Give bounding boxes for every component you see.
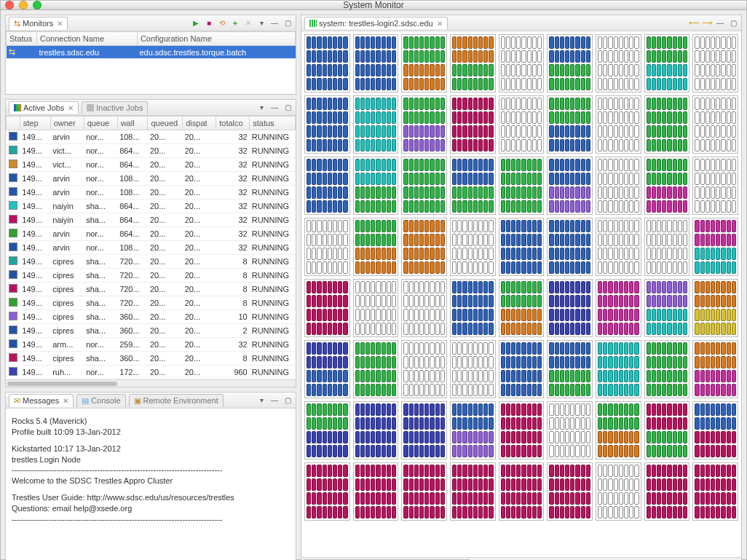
compute-node[interactable]	[353, 95, 399, 154]
compute-node[interactable]	[644, 340, 690, 398]
compute-node[interactable]	[499, 279, 545, 337]
refresh-icon[interactable]: ⟲	[217, 18, 227, 28]
jobs-table-wrap[interactable]: stepownerqueuewallqueueddispattotalcosta…	[6, 116, 296, 379]
remove-icon[interactable]: ✕	[243, 18, 253, 28]
compute-node[interactable]	[450, 95, 496, 154]
compute-node[interactable]	[644, 218, 690, 276]
compute-node[interactable]	[401, 34, 447, 92]
compute-node[interactable]	[353, 401, 399, 460]
compute-node[interactable]	[547, 34, 593, 92]
minimize-pane-icon[interactable]: —	[269, 18, 280, 28]
jobs-col-dispat[interactable]: dispat	[183, 117, 216, 130]
jobs-col-wall[interactable]: wall	[117, 117, 148, 130]
job-row[interactable]: 149...arvinnor...108...20...20...32RUNNI…	[7, 241, 296, 255]
compute-node[interactable]	[547, 340, 593, 398]
minimize-pane-icon[interactable]: —	[269, 103, 280, 113]
compute-node[interactable]	[596, 34, 641, 92]
job-row[interactable]: 149...cipressha...360...20...20...8RUNNI…	[7, 352, 296, 366]
compute-node[interactable]	[401, 279, 447, 337]
compute-node[interactable]	[547, 462, 593, 521]
compute-node[interactable]	[353, 218, 399, 276]
stop-icon[interactable]: ■	[204, 18, 214, 28]
compute-node[interactable]	[644, 401, 690, 460]
messages-body[interactable]: Rocks 5.4 (Maverick) Profile built 10:09…	[6, 409, 296, 560]
compute-node[interactable]	[499, 95, 545, 154]
compute-node[interactable]	[353, 157, 399, 215]
console-tab[interactable]: ▤ Console	[76, 394, 125, 407]
compute-node[interactable]	[353, 279, 399, 337]
close-tab-icon[interactable]: ✕	[68, 104, 74, 112]
h-scrollbar[interactable]	[6, 379, 296, 387]
job-row[interactable]: 149...cipressha...360...20...20...2RUNNI…	[7, 324, 296, 338]
compute-node[interactable]	[644, 462, 690, 521]
col-status[interactable]: Status	[7, 32, 37, 46]
jobs-col-color[interactable]	[7, 117, 20, 130]
maximize-pane-icon[interactable]: ▢	[282, 18, 293, 28]
compute-node[interactable]	[304, 157, 350, 215]
menu-icon[interactable]: ▾	[256, 18, 266, 28]
compute-node[interactable]	[304, 340, 350, 398]
compute-node[interactable]	[401, 157, 447, 215]
h-scrollbar[interactable]	[301, 557, 741, 560]
compute-node[interactable]	[692, 279, 738, 337]
compute-node[interactable]	[304, 401, 350, 460]
compute-node[interactable]	[692, 401, 738, 460]
compute-node[interactable]	[353, 462, 399, 521]
node-grid-wrap[interactable]	[301, 31, 741, 557]
inactive-jobs-tab[interactable]: Inactive Jobs	[82, 101, 148, 114]
job-row[interactable]: 149...cipressha...720...20...20...8RUNNI…	[7, 255, 296, 269]
job-row[interactable]: 149...naiyinsha...864...20...20...32RUNN…	[7, 213, 296, 227]
compute-node[interactable]	[596, 462, 641, 521]
job-row[interactable]: 149...cipressha...720...20...20...8RUNNI…	[7, 296, 296, 310]
compute-node[interactable]	[692, 340, 738, 398]
jobs-col-step[interactable]: step	[20, 117, 50, 130]
add-icon[interactable]: ＋	[230, 18, 240, 28]
menu-icon[interactable]: ▾	[256, 395, 266, 406]
compute-node[interactable]	[450, 34, 496, 92]
play-icon[interactable]: ▶	[191, 18, 201, 28]
minimize-pane-icon[interactable]: —	[715, 18, 725, 28]
job-row[interactable]: 149...cipressha...720...20...20...8RUNNI…	[7, 283, 296, 296]
compute-node[interactable]	[401, 401, 447, 460]
jobs-col-owner[interactable]: owner	[50, 117, 84, 130]
maximize-pane-icon[interactable]: ▢	[282, 395, 293, 406]
nav-right-icon[interactable]: ⟶	[702, 18, 712, 28]
remote-env-tab[interactable]: ▣ Remote Environment	[129, 394, 224, 407]
col-config[interactable]: Configuration Name	[137, 32, 295, 46]
job-row[interactable]: 149...arvinnor...864...20...20...32RUNNI…	[7, 227, 296, 241]
compute-node[interactable]	[692, 95, 738, 154]
job-row[interactable]: 149...arvinnor...108...20...20...32RUNNI…	[7, 186, 296, 200]
compute-node[interactable]	[499, 157, 545, 215]
compute-node[interactable]	[450, 218, 496, 276]
col-connection[interactable]: Connection Name	[37, 32, 138, 46]
compute-node[interactable]	[450, 157, 496, 215]
job-row[interactable]: 149...arvinnor...108...20...20...32RUNNI…	[7, 172, 296, 186]
job-row[interactable]: 149...cipressha...360...20...20...10RUNN…	[7, 310, 296, 324]
system-tab[interactable]: system: trestles-login2.sdsc.edu ✕	[304, 17, 448, 29]
compute-node[interactable]	[596, 218, 641, 276]
compute-node[interactable]	[692, 218, 738, 276]
maximize-pane-icon[interactable]: ▢	[282, 103, 293, 113]
minimize-pane-icon[interactable]: —	[269, 395, 280, 406]
compute-node[interactable]	[304, 218, 350, 276]
close-tab-icon[interactable]: ✕	[63, 397, 68, 405]
compute-node[interactable]	[596, 279, 641, 337]
compute-node[interactable]	[547, 218, 593, 276]
compute-node[interactable]	[401, 462, 447, 521]
compute-node[interactable]	[692, 157, 738, 215]
compute-node[interactable]	[644, 34, 690, 92]
compute-node[interactable]	[450, 401, 496, 460]
job-row[interactable]: 149...naiyinsha...864...20...20...32RUNN…	[7, 200, 296, 213]
active-jobs-tab[interactable]: Active Jobs ✕	[9, 101, 79, 114]
close-tab-icon[interactable]: ✕	[57, 20, 63, 28]
compute-node[interactable]	[547, 401, 593, 460]
monitor-row[interactable]: ⇆ trestles.sdsc.edu edu.sdsc.trestles.to…	[7, 46, 296, 59]
job-row[interactable]: 149...ruh...nor...172...20...20...960RUN…	[7, 366, 296, 379]
menu-icon[interactable]: ▾	[256, 103, 266, 113]
compute-node[interactable]	[644, 157, 690, 215]
compute-node[interactable]	[450, 462, 496, 521]
jobs-col-totalco[interactable]: totalco	[216, 117, 250, 130]
job-row[interactable]: 149...vict...nor...864...20...20...32RUN…	[7, 144, 296, 158]
compute-node[interactable]	[353, 340, 399, 398]
compute-node[interactable]	[304, 95, 350, 154]
